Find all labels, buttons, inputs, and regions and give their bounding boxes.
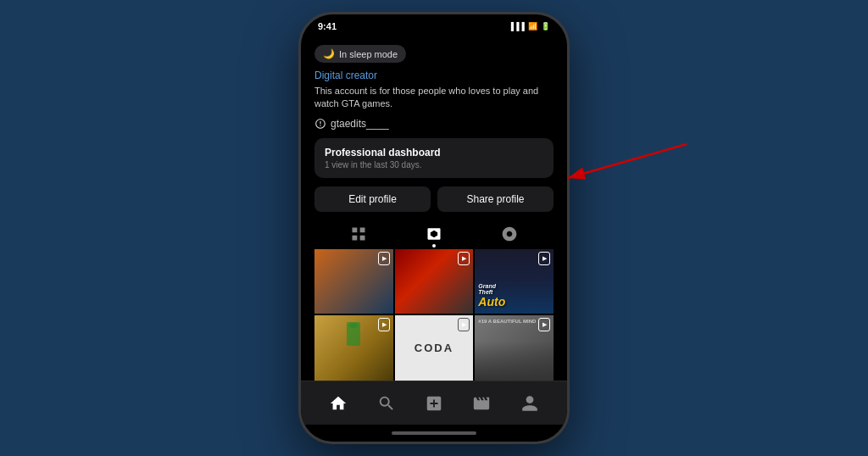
- creator-label: Digital creator: [314, 70, 554, 81]
- video-icon-4: [378, 319, 390, 331]
- bio-text: This account is for those people who lov…: [314, 85, 554, 111]
- video-icon-2: [458, 253, 470, 264]
- nav-home[interactable]: [323, 388, 353, 419]
- grid-item-6[interactable]: #19 A BEAUTIFUL MIND: [475, 315, 554, 381]
- moon-icon: 🌙: [323, 48, 335, 59]
- wifi-icon: 📶: [528, 22, 537, 31]
- bottom-nav: [301, 381, 567, 425]
- video-icon-1: [378, 253, 390, 264]
- status-icons: ▐▐▐ 📶 🔋: [509, 22, 550, 31]
- svg-line-1: [568, 144, 687, 178]
- profile-content: 🌙 In sleep mode Digital creator This acc…: [301, 38, 567, 381]
- pro-dashboard-subtitle: 1 view in the last 30 days.: [325, 160, 543, 170]
- video-icon-3: [538, 253, 550, 264]
- gta-label: GrandTheft Auto: [478, 283, 505, 309]
- battery-icon: 🔋: [541, 22, 550, 31]
- app-background: 9:41 ▐▐▐ 📶 🔋 🌙 In sleep mode Di: [0, 0, 868, 456]
- tab-tagged[interactable]: [494, 222, 525, 246]
- dynamic-island: [396, 21, 472, 43]
- status-time: 9:41: [318, 21, 337, 31]
- pro-dashboard-title: Professional dashboard: [325, 147, 543, 158]
- content-grid: GrandTheft Auto: [314, 249, 554, 381]
- phone-frame: 9:41 ▐▐▐ 📶 🔋 🌙 In sleep mode Di: [298, 12, 570, 444]
- grid-item-3[interactable]: GrandTheft Auto: [475, 249, 554, 314]
- nav-search[interactable]: [371, 388, 402, 419]
- video-icon-5: [458, 319, 470, 331]
- grid-item-4[interactable]: [314, 315, 393, 381]
- nav-reels[interactable]: [466, 388, 497, 419]
- sleep-mode-badge: 🌙 In sleep mode: [314, 45, 406, 63]
- red-arrow-annotation: [526, 136, 695, 203]
- grid-item-1[interactable]: [314, 249, 393, 314]
- video-icon-6: [538, 319, 550, 331]
- tab-icons-row: [314, 222, 554, 246]
- home-indicator-bar: [392, 431, 476, 435]
- username-text: gtaedits____: [331, 118, 389, 130]
- signal-icon: ▐▐▐: [509, 22, 525, 31]
- svg-point-3: [349, 323, 358, 328]
- action-buttons: Edit profile Share profile: [314, 186, 554, 212]
- tab-reels[interactable]: [419, 222, 449, 246]
- nav-profile[interactable]: [515, 388, 545, 419]
- threads-icon: [314, 118, 326, 130]
- edit-profile-button[interactable]: Edit profile: [314, 186, 431, 212]
- tab-grid[interactable]: [343, 222, 374, 246]
- phone-wrapper: 9:41 ▐▐▐ 📶 🔋 🌙 In sleep mode Di: [298, 12, 570, 444]
- phone-screen: 9:41 ▐▐▐ 📶 🔋 🌙 In sleep mode Di: [301, 14, 567, 442]
- beautiful-mind-label: #19 A BEAUTIFUL MIND: [478, 319, 536, 324]
- grid-item-5[interactable]: CODA: [395, 315, 474, 381]
- pro-dashboard[interactable]: Professional dashboard 1 view in the las…: [314, 138, 554, 178]
- home-indicator: [301, 425, 567, 442]
- grid-item-2[interactable]: [395, 249, 474, 314]
- username-row: gtaedits____: [314, 118, 554, 130]
- nav-add[interactable]: [419, 388, 449, 419]
- sleep-mode-label: In sleep mode: [339, 49, 398, 59]
